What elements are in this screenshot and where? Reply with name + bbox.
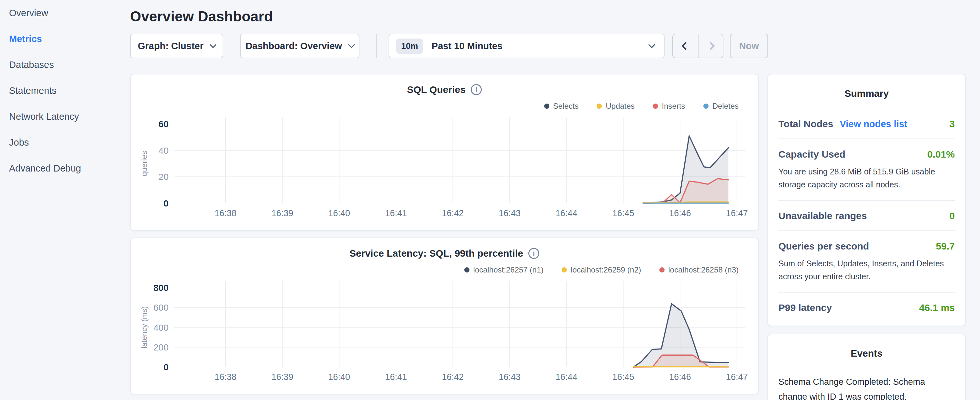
- chart-title: SQL Queries: [407, 84, 466, 95]
- controls-bar: Graph: Cluster Dashboard: Overview 10m P…: [130, 33, 966, 58]
- chart-legend: Selects Updates Inserts Deletes: [131, 102, 758, 111]
- svg-text:16:44: 16:44: [555, 209, 578, 218]
- sidebar-item-advanced-debug[interactable]: Advanced Debug: [9, 163, 130, 174]
- summary-value: 46.1 ms: [919, 302, 955, 313]
- svg-text:16:45: 16:45: [612, 209, 635, 218]
- chevron-right-icon: [706, 42, 715, 50]
- chart-legend: localhost:26257 (n1) localhost:26259 (n2…: [131, 265, 758, 274]
- svg-text:400: 400: [153, 323, 169, 333]
- legend-dot: [703, 104, 708, 109]
- summary-row-total-nodes: Total Nodes View nodes list 3: [778, 109, 955, 139]
- summary-label: Queries per second: [778, 241, 869, 252]
- events-panel: Events Schema Change Completed: Schema c…: [767, 334, 966, 400]
- sidebar-item-network-latency[interactable]: Network Latency: [9, 112, 130, 122]
- legend-label: Updates: [606, 102, 635, 111]
- summary-label: Capacity Used: [778, 149, 845, 160]
- legend-label: Inserts: [662, 102, 685, 111]
- svg-text:20: 20: [159, 172, 169, 182]
- summary-row-qps: Queries per second 59.7 Sum of Selects, …: [778, 231, 955, 293]
- svg-text:200: 200: [153, 343, 169, 352]
- sidebar-item-overview[interactable]: Overview: [9, 8, 130, 18]
- summary-value: 59.7: [936, 241, 955, 252]
- svg-text:0: 0: [163, 198, 169, 209]
- legend-item-n2[interactable]: localhost:26259 (n2): [562, 265, 641, 274]
- chevron-left-icon: [681, 42, 689, 50]
- svg-text:latency (ms): latency (ms): [140, 306, 148, 349]
- dashboard-dropdown-label: Dashboard: Overview: [245, 41, 342, 51]
- info-icon[interactable]: i: [471, 84, 482, 95]
- legend-dot: [659, 267, 665, 273]
- legend-item-n3[interactable]: localhost:26258 (n3): [659, 265, 739, 274]
- time-step-buttons: [672, 33, 724, 58]
- service-latency-card: Service Latency: SQL, 99th percentile i …: [130, 237, 759, 395]
- svg-text:600: 600: [153, 303, 169, 312]
- chart-title: Service Latency: SQL, 99th percentile: [349, 248, 523, 259]
- svg-text:16:42: 16:42: [442, 209, 464, 218]
- legend-dot: [597, 104, 602, 109]
- svg-text:0: 0: [163, 362, 169, 372]
- sql-queries-card: SQL Queries i Selects Updates Inserts: [130, 74, 759, 231]
- time-range-label: Past 10 Minutes: [431, 41, 642, 51]
- legend-label: Deletes: [713, 102, 739, 111]
- charts-column: SQL Queries i Selects Updates Inserts: [130, 74, 759, 395]
- now-button[interactable]: Now: [730, 33, 768, 58]
- sidebar-item-statements[interactable]: Statements: [9, 85, 130, 96]
- legend-item-deletes[interactable]: Deletes: [703, 102, 739, 111]
- svg-text:16:38: 16:38: [215, 372, 237, 382]
- svg-text:16:40: 16:40: [328, 372, 350, 382]
- svg-text:queries: queries: [140, 151, 148, 176]
- legend-item-selects[interactable]: Selects: [544, 102, 579, 111]
- summary-row-unavailable-ranges: Unavailable ranges 0: [778, 201, 955, 231]
- event-item-text: Schema Change Completed: Schema change w…: [778, 375, 955, 400]
- summary-desc: Sum of Selects, Updates, Inserts, and De…: [778, 257, 955, 283]
- sql-queries-chart[interactable]: 16:3816:3916:4016:4116:4216:4316:4416:45…: [137, 113, 753, 224]
- svg-text:16:43: 16:43: [499, 209, 520, 218]
- page-title: Overview Dashboard: [130, 8, 966, 25]
- svg-text:16:42: 16:42: [442, 372, 464, 382]
- svg-text:16:41: 16:41: [385, 209, 407, 218]
- graph-dropdown[interactable]: Graph: Cluster: [130, 33, 223, 58]
- graph-dropdown-label: Graph: Cluster: [138, 41, 204, 51]
- legend-dot: [464, 267, 469, 273]
- legend-item-inserts[interactable]: Inserts: [653, 102, 685, 111]
- chevron-down-icon: [210, 41, 216, 48]
- events-title: Events: [778, 348, 955, 359]
- time-prev-button[interactable]: [673, 34, 698, 57]
- chevron-down-icon: [348, 41, 355, 48]
- chevron-down-icon: [648, 41, 655, 48]
- sidebar-item-metrics[interactable]: Metrics: [9, 33, 130, 44]
- svg-text:16:44: 16:44: [555, 372, 578, 382]
- svg-text:16:38: 16:38: [215, 209, 237, 218]
- latency-chart[interactable]: 16:3816:3916:4016:4116:4216:4316:4416:45…: [137, 276, 753, 388]
- time-range-badge: 10m: [396, 38, 423, 54]
- dashboard-dropdown[interactable]: Dashboard: Overview: [240, 33, 360, 58]
- summary-value: 0: [949, 210, 955, 222]
- summary-title: Summary: [778, 88, 955, 99]
- svg-text:16:39: 16:39: [272, 372, 293, 382]
- sidebar: Overview Metrics Databases Statements Ne…: [0, 0, 130, 400]
- legend-item-updates[interactable]: Updates: [597, 102, 635, 111]
- legend-item-n1[interactable]: localhost:26257 (n1): [464, 265, 544, 274]
- time-range-picker[interactable]: 10m Past 10 Minutes: [388, 33, 665, 58]
- legend-dot: [653, 104, 658, 109]
- svg-text:16:45: 16:45: [612, 372, 635, 382]
- svg-text:16:41: 16:41: [385, 372, 407, 382]
- legend-label: Selects: [553, 102, 579, 111]
- time-next-button[interactable]: [698, 34, 723, 57]
- svg-text:16:43: 16:43: [499, 372, 520, 382]
- sidebar-item-jobs[interactable]: Jobs: [9, 137, 130, 148]
- svg-text:40: 40: [159, 146, 169, 156]
- svg-text:800: 800: [153, 283, 169, 293]
- summary-row-capacity: Capacity Used 0.01% You are using 28.6 M…: [778, 139, 955, 201]
- svg-text:16:40: 16:40: [328, 209, 350, 218]
- svg-text:16:46: 16:46: [669, 209, 691, 218]
- divider: [376, 33, 377, 58]
- legend-label: localhost:26259 (n2): [571, 265, 641, 274]
- summary-label: P99 latency: [778, 302, 832, 313]
- view-nodes-list-link[interactable]: View nodes list: [840, 119, 907, 129]
- info-icon[interactable]: i: [528, 248, 539, 259]
- summary-row-p99: P99 latency 46.1 ms: [778, 293, 955, 322]
- sidebar-item-databases[interactable]: Databases: [9, 59, 130, 70]
- svg-text:16:47: 16:47: [726, 372, 748, 382]
- summary-desc: You are using 28.6 MiB of 515.9 GiB usab…: [778, 165, 955, 191]
